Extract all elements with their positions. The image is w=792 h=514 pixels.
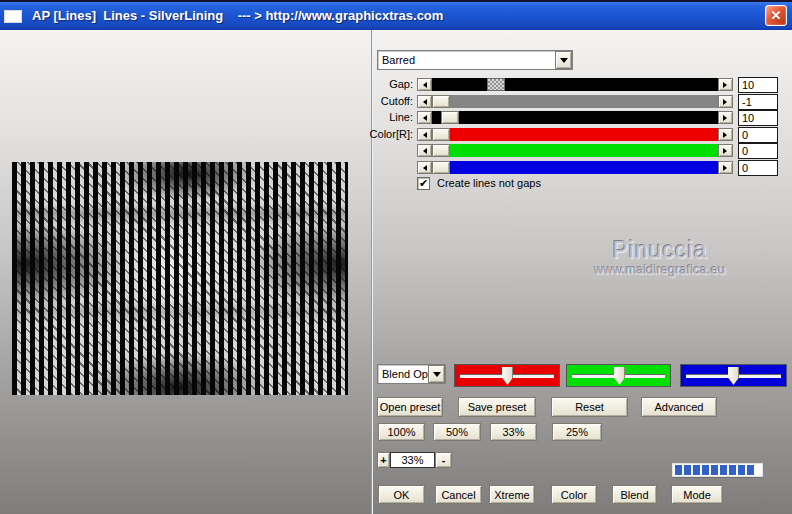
progress-segment xyxy=(684,465,691,475)
gap-slider-thumb[interactable] xyxy=(487,78,505,91)
color-r-slider-row: Color[R]: 0 xyxy=(0,128,792,141)
advanced-button[interactable]: Advanced xyxy=(641,397,717,417)
color-r-slider-thumb[interactable] xyxy=(432,128,450,141)
color-r-value-field[interactable]: 0 xyxy=(738,127,778,143)
line-value-field[interactable]: 10 xyxy=(738,110,778,126)
color-b-slider-row: 0 xyxy=(0,161,792,174)
open-preset-button[interactable]: Open preset xyxy=(377,397,443,417)
right-arrow-icon xyxy=(723,165,730,171)
color-r-label: Color[R]: xyxy=(338,128,413,141)
left-arrow-icon xyxy=(420,115,427,121)
blend-red-thumb[interactable] xyxy=(502,367,513,385)
cutoff-label: Cutoff: xyxy=(338,95,413,108)
line-left-arrow-button[interactable] xyxy=(417,111,432,124)
color-b-left-arrow-button[interactable] xyxy=(417,161,432,174)
watermark-url: www.maidiregrafica.eu xyxy=(545,262,775,277)
titlebar[interactable]: AP [Lines] Lines - SilverLining --- > ht… xyxy=(0,2,792,30)
cutoff-right-arrow-button[interactable] xyxy=(718,95,733,108)
gap-right-arrow-button[interactable] xyxy=(718,78,733,91)
window-title: AP [Lines] Lines - SilverLining --- > ht… xyxy=(32,8,443,23)
gap-left-arrow-button[interactable] xyxy=(417,78,432,91)
watermark-name: Pinuccia xyxy=(560,237,760,264)
reset-button[interactable]: Reset xyxy=(551,397,628,417)
preset-dropdown-arrow-button[interactable] xyxy=(555,51,572,69)
cutoff-slider-track[interactable] xyxy=(432,95,718,108)
color-r-left-arrow-button[interactable] xyxy=(417,128,432,141)
xtreme-button[interactable]: Xtreme xyxy=(489,485,535,504)
close-button[interactable]: ✕ xyxy=(765,5,787,26)
color-g-value-field[interactable]: 0 xyxy=(738,143,778,159)
blend-red-slider[interactable] xyxy=(454,364,560,387)
blend-green-slider[interactable] xyxy=(566,364,671,387)
color-g-right-arrow-button[interactable] xyxy=(718,144,733,157)
zoom-33-button[interactable]: 33% xyxy=(490,423,537,441)
blend-options-dropdown[interactable]: Blend Opti xyxy=(377,364,446,384)
blend-green-thumb[interactable] xyxy=(614,367,625,385)
blend-blue-slider[interactable] xyxy=(680,364,787,387)
chevron-down-icon xyxy=(433,372,441,381)
right-arrow-icon xyxy=(723,99,730,105)
close-icon: ✕ xyxy=(771,9,782,22)
color-b-value-field[interactable]: 0 xyxy=(738,160,778,176)
color-button[interactable]: Color xyxy=(551,485,597,504)
progress-segment xyxy=(711,465,718,475)
cutoff-left-arrow-button[interactable] xyxy=(417,95,432,108)
zoom-25-button[interactable]: 25% xyxy=(552,423,602,441)
gap-slider-track[interactable] xyxy=(432,78,718,91)
color-g-slider-thumb[interactable] xyxy=(432,144,450,157)
progress-segment xyxy=(747,465,754,475)
zoom-50-button[interactable]: 50% xyxy=(433,423,481,441)
blend-options-dropdown-arrow-button[interactable] xyxy=(428,365,445,383)
zoom-100-button[interactable]: 100% xyxy=(378,423,425,441)
right-arrow-icon xyxy=(723,82,730,88)
preview-lines-layer xyxy=(12,162,348,395)
line-right-arrow-button[interactable] xyxy=(718,111,733,124)
ok-button[interactable]: OK xyxy=(378,485,425,504)
check-icon: ✔ xyxy=(419,178,428,189)
cutoff-value-field[interactable]: -1 xyxy=(738,94,778,110)
gap-label: Gap: xyxy=(338,78,413,91)
left-arrow-icon xyxy=(420,148,427,154)
right-arrow-icon xyxy=(723,115,730,121)
progress-segment xyxy=(729,465,736,475)
color-r-slider-track[interactable] xyxy=(432,128,718,141)
gap-slider-row: Gap: 10 xyxy=(0,78,792,91)
create-lines-checkbox-label: Create lines not gaps xyxy=(437,177,541,190)
line-slider-track[interactable] xyxy=(432,111,718,124)
progress-segment xyxy=(693,465,700,475)
create-lines-checkbox[interactable]: ✔ xyxy=(417,177,430,190)
mode-button[interactable]: Mode xyxy=(671,485,723,504)
preset-dropdown-value: Barred xyxy=(378,54,555,66)
color-g-slider-track[interactable] xyxy=(432,144,718,157)
cutoff-slider-thumb[interactable] xyxy=(432,95,450,108)
blend-button[interactable]: Blend xyxy=(612,485,657,504)
save-preset-button[interactable]: Save preset xyxy=(458,397,536,417)
cancel-button[interactable]: Cancel xyxy=(435,485,482,504)
plugin-window: AP [Lines] Lines - SilverLining --- > ht… xyxy=(0,0,792,514)
color-g-left-arrow-button[interactable] xyxy=(417,144,432,157)
zoom-in-button[interactable]: + xyxy=(377,452,390,468)
zoom-out-button[interactable]: - xyxy=(435,452,452,468)
zoom-level-field[interactable]: 33% xyxy=(390,452,435,468)
progress-bar xyxy=(672,463,763,477)
color-b-slider-thumb[interactable] xyxy=(432,161,450,174)
color-b-right-arrow-button[interactable] xyxy=(718,161,733,174)
blend-blue-thumb[interactable] xyxy=(728,367,739,385)
color-b-slider-track[interactable] xyxy=(432,161,718,174)
chevron-down-icon xyxy=(560,58,568,67)
right-arrow-icon xyxy=(723,132,730,138)
color-r-right-arrow-button[interactable] xyxy=(718,128,733,141)
preview-image[interactable] xyxy=(12,162,348,395)
left-arrow-icon xyxy=(420,99,427,105)
progress-segment xyxy=(738,465,745,475)
line-slider-thumb[interactable] xyxy=(441,111,459,124)
line-label: Line: xyxy=(338,111,413,124)
progress-segment xyxy=(720,465,727,475)
blend-options-dropdown-value: Blend Opti xyxy=(378,368,428,380)
right-arrow-icon xyxy=(723,148,730,154)
app-icon xyxy=(4,10,22,23)
preset-dropdown[interactable]: Barred xyxy=(377,50,573,70)
left-arrow-icon xyxy=(420,132,427,138)
color-g-slider-row: 0 xyxy=(0,144,792,157)
gap-value-field[interactable]: 10 xyxy=(738,77,778,93)
